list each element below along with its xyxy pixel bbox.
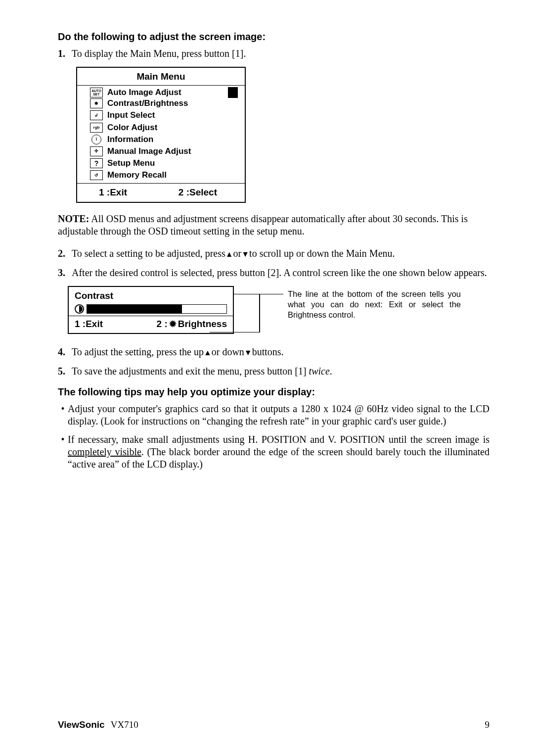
- menu-item-label: Contrast/Brightness: [107, 98, 188, 108]
- tip-2: • If necessary, make small adjustments u…: [58, 433, 490, 471]
- step-4-num: 4.: [58, 346, 72, 358]
- auto-set-icon: AUTOSET: [90, 88, 103, 97]
- main-menu-body: AUTOSET Auto Image Adjust ✹ Contrast/Bri…: [77, 86, 245, 184]
- footer-page-number: 9: [485, 719, 490, 730]
- step-2-num: 2.: [58, 247, 72, 260]
- brightness-icon: ✹: [90, 98, 103, 108]
- menu-item-contrast: ✹ Contrast/Brightness: [84, 98, 238, 110]
- triangle-up-icon: [204, 346, 212, 357]
- tip-2-underline: completely visible: [68, 446, 141, 457]
- menu-item-color: rgb Color Adjust: [84, 122, 238, 134]
- step-3: 3. After the desired control is selected…: [58, 267, 490, 279]
- step-4-a: To adjust the setting, press the up: [72, 346, 204, 357]
- step-2-a: To select a setting to be adjusted, pres…: [72, 248, 225, 259]
- menu-item-information: i Information: [84, 134, 238, 146]
- callout-text: The line at the bottom of the screen tel…: [288, 289, 461, 320]
- callout-connector: [234, 294, 283, 294]
- menu-item-label: Auto Image Adjust: [107, 88, 228, 97]
- step-2-b: or: [233, 248, 242, 259]
- step-5-text: To save the adjustments and exit the men…: [72, 365, 332, 378]
- menu-item-label: Color Adjust: [107, 123, 157, 133]
- color-icon: rgb: [90, 123, 103, 133]
- tip-2-text: If necessary, make small adjustments usi…: [68, 433, 490, 471]
- footer-model: VX710: [111, 719, 138, 730]
- menu-item-label: Manual Image Adjust: [107, 146, 191, 156]
- contrast-panel: Contrast 1 :Exit 2 : Brightness: [68, 286, 234, 334]
- step-4: 4. To adjust the setting, press the upor…: [58, 346, 490, 358]
- contrast-exit: 1 :Exit: [75, 319, 157, 330]
- page-footer: ViewSonic VX710 9: [58, 719, 490, 730]
- step-4-text: To adjust the setting, press the upor do…: [72, 346, 284, 358]
- contrast-brightness: 2 : Brightness: [157, 319, 227, 330]
- step-4-c: buttons.: [252, 346, 284, 357]
- contrast-right-b: Brightness: [178, 319, 227, 330]
- step-5: 5. To save the adjustments and exit the …: [58, 365, 490, 378]
- menu-footer-select: 2 :Select: [178, 187, 238, 198]
- step-2: 2. To select a setting to be adjusted, p…: [58, 247, 490, 260]
- step-3-num: 3.: [58, 267, 72, 279]
- tip-1: • Adjust your computer's graphics card s…: [58, 403, 490, 427]
- menu-footer-exit: 1 :Exit: [84, 187, 178, 198]
- step-5-a: To save the adjustments and exit the men…: [72, 366, 309, 377]
- menu-item-label: Input Select: [107, 110, 155, 120]
- step-5-num: 5.: [58, 365, 72, 378]
- highlight-bar: [228, 87, 238, 98]
- menu-item-manual: ✣ Manual Image Adjust: [84, 146, 238, 158]
- note-label: NOTE:: [58, 213, 89, 224]
- main-menu-panel: Main Menu AUTOSET Auto Image Adjust ✹ Co…: [76, 67, 246, 203]
- recall-icon: ↺: [90, 170, 103, 180]
- step-1: 1. To display the Main Menu, press butto…: [58, 47, 490, 60]
- menu-item-label: Information: [107, 135, 154, 144]
- step-1-num: 1.: [58, 47, 72, 60]
- bullet-dot: •: [58, 433, 68, 471]
- tip-2-a: If necessary, make small adjustments usi…: [68, 434, 490, 445]
- note-paragraph: NOTE: All OSD menus and adjustment scree…: [58, 213, 490, 237]
- sun-icon: [169, 319, 177, 330]
- menu-item-label: Memory Recall: [107, 170, 167, 180]
- contrast-slider: [87, 304, 227, 314]
- menu-item-setup: ? Setup Menu: [84, 158, 238, 170]
- step-2-text: To select a setting to be adjusted, pres…: [72, 247, 395, 260]
- note-text: All OSD menus and adjustment screens dis…: [58, 213, 468, 236]
- step-5-dot: .: [330, 366, 332, 377]
- step-4-b: or down: [212, 346, 244, 357]
- setup-icon: ?: [90, 158, 103, 168]
- contrast-title: Contrast: [75, 290, 227, 301]
- contrast-right-a: 2 :: [157, 319, 168, 330]
- menu-item-label: Setup Menu: [107, 158, 155, 168]
- main-menu-footer: 1 :Exit 2 :Select: [77, 184, 245, 202]
- bullet-dot: •: [58, 403, 68, 427]
- step-1-text: To display the Main Menu, press button […: [72, 47, 246, 60]
- main-menu-title: Main Menu: [77, 68, 245, 86]
- step-3-text: After the desired control is selected, p…: [72, 267, 487, 279]
- input-icon: ↲: [90, 110, 103, 120]
- heading-tips: The following tips may help you optimize…: [58, 386, 490, 398]
- triangle-up-icon: [225, 248, 233, 259]
- manual-icon: ✣: [90, 146, 103, 156]
- menu-item-auto-image: AUTOSET Auto Image Adjust: [84, 87, 238, 98]
- footer-brand: ViewSonic: [58, 719, 105, 730]
- menu-item-input: ↲ Input Select: [84, 110, 238, 122]
- contrast-knob-icon: [75, 304, 84, 314]
- triangle-down-icon: [241, 248, 249, 259]
- heading-adjust: Do the following to adjust the screen im…: [58, 31, 490, 43]
- tip-1-text: Adjust your computer's graphics card so …: [68, 403, 490, 427]
- menu-item-memory: ↺ Memory Recall: [84, 170, 238, 182]
- step-5-twice: twice: [309, 366, 330, 377]
- step-2-c: to scroll up or down the Main Menu.: [249, 248, 395, 259]
- info-icon: i: [91, 135, 101, 144]
- triangle-down-icon: [244, 346, 252, 357]
